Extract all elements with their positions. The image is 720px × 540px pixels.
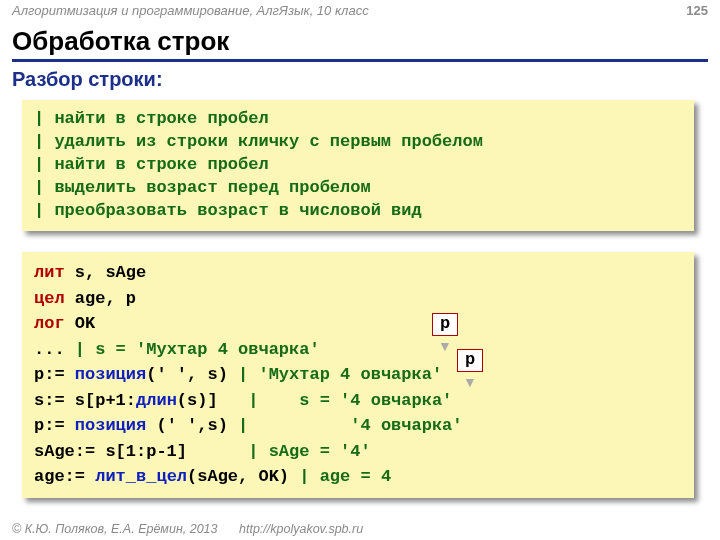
footer-url: http://kpolyakov.spb.ru [239, 522, 363, 536]
page-title: Обработка строк [12, 26, 708, 62]
code: age, p [65, 289, 136, 308]
comment: | age = 4 [299, 467, 391, 486]
comment-line: | найти в строке пробел [34, 154, 682, 177]
subtitle: Разбор строки: [12, 68, 708, 91]
kw: позиция [75, 365, 146, 384]
code: age:= [34, 467, 95, 486]
comment: | s = 'Мухтар 4 овчарка' [75, 340, 320, 359]
comment-line: | удалить из строки кличку с первым проб… [34, 131, 682, 154]
code: p:= [34, 365, 75, 384]
kw: цел [34, 289, 65, 308]
marker-p-1: p [432, 313, 458, 336]
title-area: Обработка строк Разбор строки: [12, 26, 708, 91]
code: s:= s[p+1: [34, 391, 136, 410]
code-block: лит s, sAge цел age, p лог OK ... | s = … [22, 252, 694, 498]
comment: | '4 овчарка' [238, 416, 462, 435]
comment-block: | найти в строке пробел | удалить из стр… [22, 100, 694, 231]
code: ... [34, 340, 75, 359]
arrow-down-icon: ▼ [438, 338, 452, 354]
arrow-down-icon: ▼ [463, 374, 477, 390]
comment-line: | выделить возраст перед пробелом [34, 177, 682, 200]
marker-p-2: p [457, 349, 483, 372]
comment-line: | найти в строке пробел [34, 108, 682, 131]
footer: © К.Ю. Поляков, Е.А. Ерёмин, 2013 http:/… [12, 522, 708, 536]
page-number: 125 [686, 3, 708, 24]
code: s, sAge [65, 263, 147, 282]
comment-line: | преобразовать возраст в числовой вид [34, 200, 682, 223]
comment: | 'Мухтар 4 овчарка' [238, 365, 442, 384]
comment: | s = '4 овчарка' [248, 391, 452, 410]
copyright: © К.Ю. Поляков, Е.А. Ерёмин, 2013 [12, 522, 218, 536]
code: OK [65, 314, 96, 333]
course-label: Алгоритмизация и программирование, АлгЯз… [12, 3, 369, 24]
code: (' ',s) [146, 416, 238, 435]
code: (sAge, OK) [187, 467, 299, 486]
kw: позиция [75, 416, 146, 435]
kw: лог [34, 314, 65, 333]
kw: лит [34, 263, 65, 282]
comment: | sAge = '4' [248, 442, 370, 461]
kw: лит_в_цел [95, 467, 187, 486]
code: (s)] [177, 391, 248, 410]
kw: длин [136, 391, 177, 410]
code: (' ', s) [146, 365, 238, 384]
code: sAge:= s[1:p-1] [34, 442, 248, 461]
header: Алгоритмизация и программирование, АлгЯз… [0, 0, 720, 24]
code: p:= [34, 416, 75, 435]
